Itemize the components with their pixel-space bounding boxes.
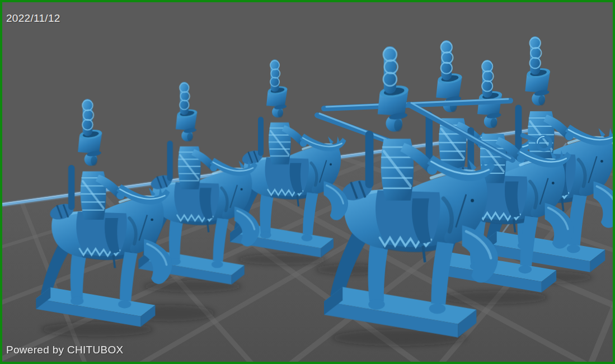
window-frame: 2022/11/12 Powered by CHITUBOX [0, 0, 615, 364]
viewport-3d[interactable] [2, 2, 613, 362]
model-shadow [442, 291, 548, 304]
scene-canvas [2, 2, 613, 362]
